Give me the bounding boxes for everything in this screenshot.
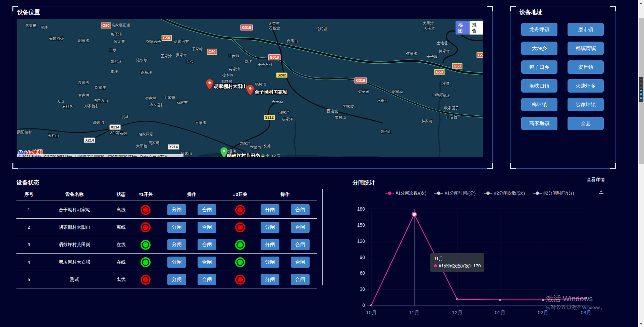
map-place-label: 杨家河 <box>282 117 293 122</box>
corner-decor <box>510 6 516 11</box>
switch1-indicator-red <box>141 205 151 215</box>
scrollbar-up-arrow-icon[interactable] <box>640 2 642 4</box>
map-place-label: 梨子园 <box>358 89 369 94</box>
cell-index: 1 <box>16 207 41 212</box>
axis-tick-label: 150 <box>357 222 365 228</box>
cell-status: 离线 <box>108 207 135 213</box>
map-place-label: 蒲家祠堂 <box>139 132 153 137</box>
road-badge-g50: G50 <box>452 63 463 69</box>
address-button[interactable]: 渔峡口镇 <box>521 79 557 93</box>
map-place-label: 樟木岩村 <box>149 103 164 108</box>
cell-status: 离线 <box>108 277 135 283</box>
map-place-label: 渡家沟 <box>78 80 89 85</box>
axis-tick-label: 90 <box>360 255 365 260</box>
map-place-label: 干子堰 <box>427 54 438 59</box>
map-place-label: 栗树坳 <box>335 115 346 120</box>
close-switch-button[interactable]: 合闸 <box>198 239 216 250</box>
cell-device-name: 测试 <box>41 277 108 283</box>
cell-actions2: 分闸合闸 <box>253 239 317 250</box>
axis-tick-label: 11月 <box>409 310 420 315</box>
address-button[interactable]: 榔坪镇 <box>521 98 557 111</box>
table-row: 4塘坊河村大石坝在线分闸合闸分闸合闸 <box>16 254 317 271</box>
close-switch-button[interactable]: 合闸 <box>198 222 216 233</box>
open-switch-button[interactable]: 分闸 <box>261 239 279 250</box>
scrollbar-overlay-widget[interactable] <box>639 77 643 102</box>
map-place-label: 二墩 <box>109 48 116 53</box>
road-badge-g50: G50 <box>162 35 172 41</box>
address-button[interactable]: 高家堰镇 <box>521 117 557 130</box>
open-switch-button[interactable]: 分闸 <box>167 204 186 215</box>
close-switch-button[interactable]: 合闸 <box>291 274 310 285</box>
map-type-hybrid-button[interactable]: 混合 <box>470 21 484 35</box>
map-place-label: 商号口 <box>287 39 298 44</box>
close-switch-button[interactable]: 合闸 <box>198 257 216 268</box>
map-place-label: 东包 <box>186 59 194 64</box>
device-location-title: 设备位置 <box>17 8 40 16</box>
address-button[interactable]: 龙舟坪镇 <box>521 23 557 36</box>
map-place-label: 天柱山 <box>48 133 59 138</box>
close-switch-button[interactable]: 合闸 <box>291 239 310 250</box>
cell-status: 在线 <box>108 242 135 248</box>
baidu-map[interactable]: 笔架槽洞坪天鹅抱蛋胡家湾梅子溪紫金寨二墩高家堰互通张家台子彭家河村千家岭百步堰王… <box>17 19 483 157</box>
close-switch-button[interactable]: 合闸 <box>291 222 310 233</box>
address-button[interactable]: 贺家坪镇 <box>568 98 604 111</box>
cell-index: 2 <box>16 225 41 230</box>
close-switch-button[interactable]: 合闸 <box>198 274 216 285</box>
column-header: 设备名称 <box>41 192 108 198</box>
close-switch-button[interactable]: 合闸 <box>198 204 216 215</box>
map-place-label: 笔架槽 <box>25 23 37 28</box>
open-switch-button[interactable]: 分闸 <box>261 204 279 215</box>
road-badge-g50: G50 <box>434 69 445 75</box>
device-pin-red[interactable] <box>206 79 213 91</box>
address-button[interactable]: 大堰乡 <box>521 42 557 55</box>
close-switch-button[interactable]: 合闸 <box>291 257 310 268</box>
corner-decor <box>610 6 616 11</box>
data-point <box>457 298 458 300</box>
address-button[interactable]: 火烧坪乡 <box>568 79 604 93</box>
column-header: 操作 <box>157 192 227 198</box>
address-button[interactable]: 磨市镇 <box>568 23 604 36</box>
open-switch-button[interactable]: 分闸 <box>261 274 279 285</box>
cell-status: 离线 <box>108 224 135 230</box>
device-pin-red[interactable] <box>247 85 254 97</box>
open-switch-button[interactable]: 分闸 <box>167 257 186 268</box>
cell-switch2 <box>227 240 253 250</box>
switch2-indicator-green <box>235 240 245 250</box>
address-button[interactable]: 都镇湾镇 <box>568 42 604 55</box>
map-place-label: 白岩榜 <box>446 115 458 120</box>
cell-actions2: 分闸合闸 <box>253 274 317 285</box>
device-pin-green[interactable] <box>220 147 228 157</box>
cell-index: 4 <box>16 260 41 265</box>
map-place-label: 麻坪 <box>245 59 252 64</box>
switch2-indicator-red <box>235 275 245 285</box>
map-type-map-button[interactable]: 地图 <box>455 21 470 35</box>
widget-stripes-dark <box>640 78 642 90</box>
open-switch-button[interactable]: 分闸 <box>261 222 279 233</box>
map-place-label: 何家湾 <box>406 51 417 56</box>
map-place-label: 佗坨岩 <box>316 26 327 32</box>
address-button[interactable]: 资丘镇 <box>568 60 604 74</box>
corner-decor <box>610 163 616 169</box>
switch2-indicator-red <box>235 222 245 232</box>
map-place-label: 天鹅抱蛋 <box>49 36 64 41</box>
corner-decor <box>12 163 18 169</box>
page-scrollbar[interactable] <box>638 0 644 327</box>
table-scrollbar[interactable] <box>322 189 323 285</box>
map-place-label: 莲子山 <box>381 129 392 134</box>
cell-actions1: 分闸合闸 <box>157 222 227 233</box>
open-switch-button[interactable]: 分闸 <box>167 239 186 250</box>
map-place-label: 紫金寨 <box>114 39 125 44</box>
table-row: 3晒鼓坪村荒田岗在线分闸合闸分闸合闸 <box>16 236 317 254</box>
close-switch-button[interactable]: 合闸 <box>291 204 310 215</box>
map-place-label: 邓家庄 <box>95 85 106 90</box>
address-button[interactable]: 鸭子口乡 <box>521 60 557 74</box>
address-button[interactable]: 全县 <box>568 117 604 130</box>
cell-device-name: 晒鼓坪村荒田岗 <box>41 242 108 248</box>
scrollbar-down-arrow-icon[interactable] <box>640 323 642 325</box>
map-place-label: 欧家圈子 <box>444 106 459 111</box>
axis-tick-label: 01月 <box>495 310 505 315</box>
map-place-label: 吴家坡 <box>343 104 354 109</box>
open-switch-button[interactable]: 分闸 <box>167 222 186 233</box>
open-switch-button[interactable]: 分闸 <box>261 257 279 268</box>
open-switch-button[interactable]: 分闸 <box>167 274 186 285</box>
